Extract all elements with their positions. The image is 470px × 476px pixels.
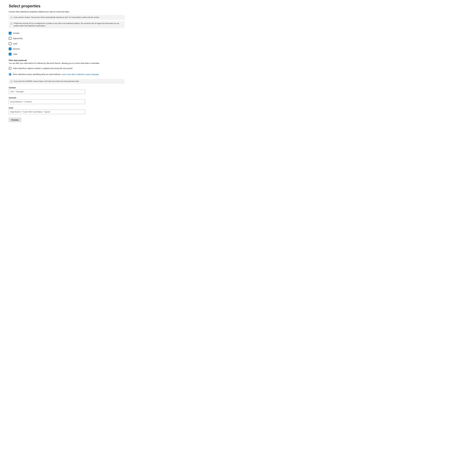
checkbox-row-lead: Lead (9, 42, 125, 45)
radio-row-query: Enter Salesforce query specifying what y… (9, 73, 125, 76)
radio-label-text: Enter Salesforce query specifying what y… (13, 73, 62, 75)
info-icon (11, 23, 13, 25)
checkbox-label[interactable]: Account (13, 48, 20, 50)
info-text: If you leave the 'WHERE' clause empty, i… (14, 80, 79, 83)
checkbox-label[interactable]: Case (13, 53, 17, 55)
query-input-account[interactable] (9, 100, 85, 104)
checkbox-row-opportunity: Opportunity (9, 37, 125, 40)
learn-more-link[interactable]: Learn more about Salesforce query langua… (62, 73, 99, 75)
filter-heading: Filter data (optional) (9, 59, 125, 61)
field-block-case: Case (9, 107, 125, 114)
page-title: Select properties (9, 4, 125, 8)
field-block-contact: Contact (9, 86, 125, 94)
checkbox-lead[interactable] (9, 42, 12, 45)
info-text: If field level security (FLS) is configu… (14, 22, 123, 27)
checkbox-group: Contact Opportunity Lead Account Case (9, 32, 125, 55)
checkbox-label[interactable]: Opportunity (13, 37, 23, 39)
checkbox-case[interactable] (9, 53, 12, 55)
filter-desc: You can filter your data before it's ind… (9, 62, 125, 64)
checkbox-label[interactable]: Lead (13, 43, 17, 45)
checkbox-row-contact: Contact (9, 32, 125, 34)
field-label: Case (9, 107, 125, 109)
svg-rect-4 (11, 23, 12, 24)
radio-label[interactable]: Index Salesforce objects created or upda… (13, 67, 72, 69)
checkbox-account[interactable] (9, 48, 12, 50)
svg-rect-1 (11, 17, 12, 18)
radio-time-period[interactable] (9, 67, 12, 70)
info-bar-fls: If field level security (FLS) is configu… (9, 21, 125, 28)
page-subtitle: Choose what Salesforce properties (objec… (9, 11, 125, 13)
checkbox-row-account: Account (9, 48, 125, 50)
radio-row-time-period: Index Salesforce objects created or upda… (9, 67, 125, 70)
checkbox-label[interactable]: Contact (13, 32, 19, 34)
checkbox-contact[interactable] (9, 32, 12, 34)
info-bar-where: If you leave the 'WHERE' clause empty, i… (9, 79, 125, 84)
info-bar-contact: If you choose 'contact,' the account wil… (9, 15, 125, 20)
svg-rect-7 (11, 81, 12, 82)
field-block-account: Account (9, 97, 125, 104)
field-label: Account (9, 97, 125, 99)
query-input-case[interactable] (9, 110, 85, 114)
checkbox-opportunity[interactable] (9, 37, 12, 40)
field-label: Contact (9, 86, 125, 89)
info-text: If you choose 'contact,' the account wil… (14, 16, 99, 18)
info-icon (11, 17, 13, 18)
query-input-contact[interactable] (9, 89, 85, 94)
radio-query[interactable] (9, 73, 12, 76)
checkbox-row-case: Case (9, 53, 125, 55)
preview-button[interactable]: Preview (9, 118, 21, 122)
radio-label[interactable]: Enter Salesforce query specifying what y… (13, 73, 99, 75)
info-icon (11, 80, 13, 83)
svg-rect-8 (11, 81, 12, 81)
